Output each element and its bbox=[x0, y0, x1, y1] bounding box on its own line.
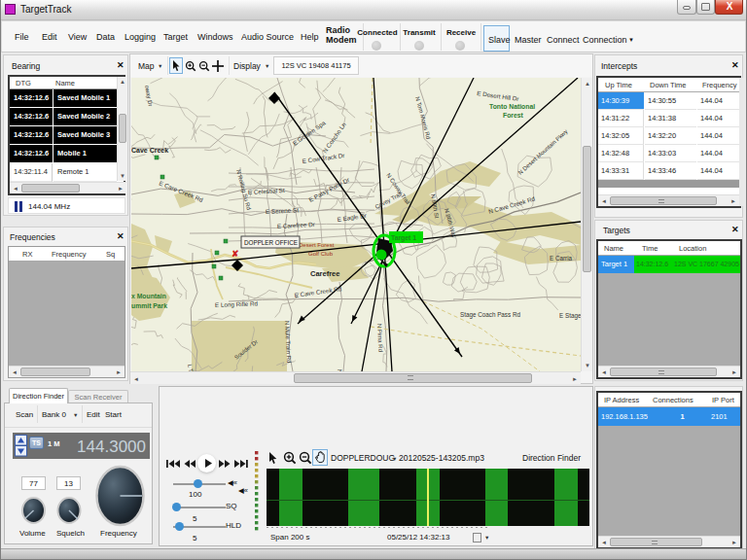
svg-text:Forest: Forest bbox=[503, 112, 524, 119]
svg-text:Golf Club: Golf Club bbox=[308, 251, 334, 257]
svg-text:Carefree: Carefree bbox=[310, 269, 339, 278]
svg-text:DOPPLER OFFICE: DOPPLER OFFICE bbox=[244, 239, 298, 246]
svg-text:Target 1: Target 1 bbox=[391, 234, 416, 242]
svg-text:ummit Park: ummit Park bbox=[131, 302, 167, 309]
svg-text:x Mountain: x Mountain bbox=[131, 293, 166, 299]
svg-text:Cave Creek: Cave Creek bbox=[131, 147, 168, 154]
svg-text:E Carria: E Carria bbox=[550, 255, 573, 262]
svg-text:Stage Coach Pass Rd: Stage Coach Pass Rd bbox=[460, 311, 520, 319]
svg-text:E Stageco: E Stageco bbox=[559, 312, 581, 320]
svg-text:Tonto National: Tonto National bbox=[489, 103, 535, 110]
svg-text:Desert Forest: Desert Forest bbox=[299, 242, 335, 248]
svg-text:✘: ✘ bbox=[231, 249, 239, 259]
